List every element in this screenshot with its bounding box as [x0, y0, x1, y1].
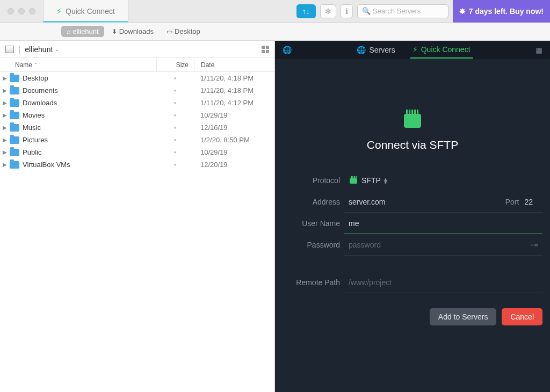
table-row[interactable]: ▶Downloads●1/11/20, 4:12 PM [0, 97, 274, 109]
svg-rect-7 [409, 110, 410, 115]
sync-icon: ↑↓ [302, 7, 310, 16]
view-mode-icon[interactable] [262, 46, 269, 53]
activity-button[interactable]: ✻ [320, 4, 336, 18]
file-name: Music [23, 124, 156, 132]
disclosure-icon[interactable]: ▶ [0, 75, 10, 81]
address-field[interactable]: server.com Port 22 [344, 191, 542, 213]
bolt-icon: ⚡︎ [56, 6, 62, 16]
bolt-icon: ⚡︎ [412, 45, 418, 54]
add-to-servers-button[interactable]: Add to Servers [430, 308, 497, 325]
file-name: VirtualBox VMs [23, 161, 156, 169]
table-row[interactable]: ▶Pictures●1/2/20, 8:50 PM [0, 134, 274, 146]
buy-now-text: 7 days left. Buy now! [469, 7, 544, 16]
crumb-home[interactable]: ⌂ elliehunt [61, 26, 104, 37]
zoom-dot[interactable] [29, 8, 35, 14]
disclosure-icon[interactable]: ▶ [0, 162, 10, 168]
file-name: Public [23, 148, 156, 156]
tab-servers[interactable]: 🌐 Servers [354, 42, 397, 58]
buy-now-banner[interactable]: ✸ 7 days left. Buy now! [453, 0, 550, 23]
table-row[interactable]: ▶Documents●1/11/20, 4:18 PM [0, 84, 274, 97]
connect-title: Connect via SFTP [367, 139, 458, 151]
column-headers: Name ˄ Size Date [0, 58, 274, 72]
download-icon: ⬇ [112, 28, 117, 35]
location-text: elliehunt [25, 45, 53, 54]
sync-button[interactable]: ↑↓ [296, 4, 316, 18]
remote-panel: 🌐 🌐 Servers ⚡︎ Quick Connect ▦ [275, 41, 550, 392]
file-name: Desktop [23, 74, 156, 82]
key-icon[interactable]: ⊸ [530, 239, 538, 251]
folder-icon [10, 124, 19, 132]
table-row[interactable]: ▶Public●10/29/19 [0, 146, 274, 158]
spinner-icon: ✻ [325, 7, 331, 16]
globe-icon: 🌐 [357, 46, 366, 54]
table-row[interactable]: ▶VirtualBox VMs●12/20/19 [0, 158, 274, 171]
label-password: Password [283, 241, 344, 249]
disclosure-icon[interactable]: ▶ [0, 88, 10, 93]
disclosure-icon[interactable]: ▶ [0, 112, 10, 118]
remote-path-input[interactable] [349, 278, 538, 287]
username-field[interactable]: me [344, 213, 542, 234]
tab-quick-connect[interactable]: ⚡︎ Quick Connect [410, 41, 473, 59]
ethernet-plug-icon [401, 107, 424, 131]
folder-icon [10, 112, 19, 119]
password-input[interactable] [349, 241, 530, 249]
grid-icon[interactable]: ▦ [535, 46, 542, 54]
window-controls[interactable] [0, 8, 43, 14]
svg-rect-12 [351, 176, 352, 179]
minimize-dot[interactable] [18, 8, 25, 14]
file-date: 1/2/20, 8:50 PM [194, 136, 274, 144]
file-date: 10/29/19 [194, 148, 274, 156]
svg-rect-2 [262, 50, 265, 53]
password-field[interactable]: ⊸ [344, 234, 542, 256]
folder-icon [10, 136, 19, 144]
table-row[interactable]: ▶Desktop●1/11/20, 4:18 PM [0, 72, 274, 84]
info-button[interactable]: ℹ [341, 4, 353, 18]
cancel-button[interactable]: Cancel [502, 308, 542, 325]
crumb-label: elliehunt [73, 27, 98, 35]
globe-icon[interactable]: 🌐 [283, 46, 292, 54]
file-size: ● [156, 113, 194, 118]
folder-icon [10, 149, 19, 156]
file-size: ● [156, 162, 194, 167]
file-name: Pictures [23, 136, 156, 144]
svg-rect-9 [414, 110, 416, 115]
tab-quick-connect[interactable]: ⚡︎ Quick Connect [43, 0, 128, 23]
folder-icon [10, 99, 19, 107]
chevron-down-icon: ⌄ [55, 46, 59, 52]
stepper-icon: ▴▾ [384, 177, 387, 184]
svg-rect-15 [356, 176, 357, 179]
col-size[interactable]: Size [156, 58, 194, 71]
col-date[interactable]: Date [194, 58, 274, 71]
disclosure-icon[interactable]: ▶ [0, 137, 10, 143]
port-value[interactable]: 22 [524, 198, 538, 206]
svg-rect-5 [409, 122, 416, 128]
crumb-label: Desktop [175, 27, 200, 35]
svg-rect-0 [262, 46, 265, 49]
col-name[interactable]: Name ˄ [0, 61, 156, 69]
crumb-desktop[interactable]: ▭ Desktop [161, 26, 206, 37]
remote-path-field[interactable] [344, 272, 542, 293]
file-size: ● [156, 100, 194, 105]
folder-icon [10, 161, 19, 169]
file-size: ● [156, 150, 194, 155]
file-date: 10/29/19 [194, 111, 274, 119]
crumb-downloads[interactable]: ⬇ Downloads [106, 26, 159, 37]
disclosure-icon[interactable]: ▶ [0, 149, 10, 155]
table-row[interactable]: ▶Music●12/16/19 [0, 121, 274, 134]
folder-icon [10, 75, 19, 82]
file-date: 12/16/19 [194, 124, 274, 132]
label-username: User Name [283, 219, 344, 228]
close-dot[interactable] [8, 8, 14, 14]
local-location[interactable]: elliehunt ⌄ [25, 45, 59, 54]
disclosure-icon[interactable]: ▶ [0, 125, 10, 130]
label-port: Port [495, 198, 525, 206]
tab-label: Quick Connect [66, 7, 115, 16]
disclosure-icon[interactable]: ▶ [0, 100, 10, 106]
search-servers[interactable]: 🔍 Search Servers [357, 4, 448, 18]
home-icon: ⌂ [67, 28, 70, 35]
protocol-select[interactable]: SFTP ▴▾ [349, 176, 387, 185]
search-icon: 🔍 [362, 7, 371, 15]
file-name: Documents [23, 86, 156, 95]
plug-icon [349, 176, 358, 185]
table-row[interactable]: ▶Movies●10/29/19 [0, 109, 274, 121]
